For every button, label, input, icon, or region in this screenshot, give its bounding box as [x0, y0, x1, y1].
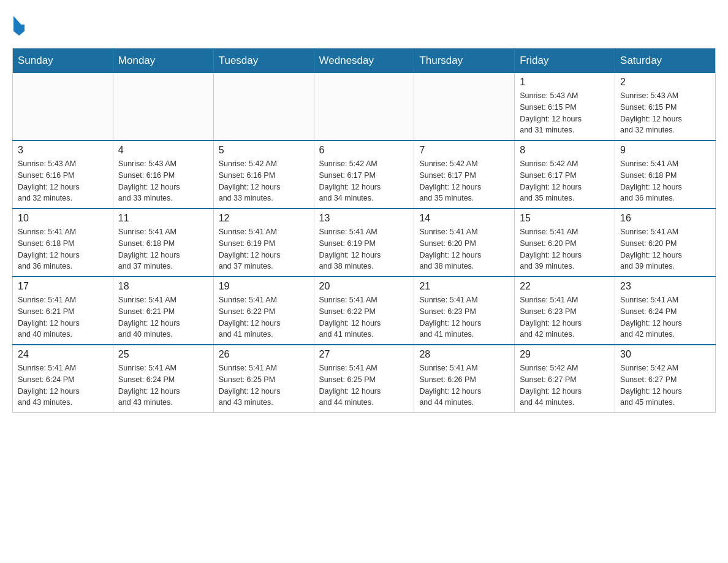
day-info: Sunrise: 5:41 AMSunset: 6:24 PMDaylight:…	[620, 294, 710, 340]
calendar-cell: 7Sunrise: 5:42 AMSunset: 6:17 PMDaylight…	[414, 140, 515, 209]
day-info: Sunrise: 5:41 AMSunset: 6:20 PMDaylight:…	[419, 226, 509, 272]
calendar-cell: 3Sunrise: 5:43 AMSunset: 6:16 PMDaylight…	[13, 140, 113, 209]
calendar-cell: 24Sunrise: 5:41 AMSunset: 6:24 PMDayligh…	[13, 345, 113, 413]
day-info: Sunrise: 5:41 AMSunset: 6:26 PMDaylight:…	[419, 362, 509, 408]
day-number: 23	[620, 281, 710, 292]
weekday-header-monday: Monday	[113, 48, 213, 74]
day-info: Sunrise: 5:41 AMSunset: 6:18 PMDaylight:…	[118, 226, 208, 272]
day-number: 17	[18, 281, 108, 292]
calendar-cell	[213, 73, 314, 140]
day-info: Sunrise: 5:41 AMSunset: 6:20 PMDaylight:…	[620, 226, 710, 272]
day-number: 9	[620, 145, 710, 156]
calendar-cell	[13, 73, 113, 140]
day-number: 14	[419, 213, 509, 224]
calendar-cell: 6Sunrise: 5:42 AMSunset: 6:17 PMDaylight…	[314, 140, 414, 209]
calendar-cell: 15Sunrise: 5:41 AMSunset: 6:20 PMDayligh…	[515, 209, 615, 277]
day-number: 27	[319, 349, 409, 360]
weekday-header-sunday: Sunday	[13, 48, 113, 74]
day-number: 4	[118, 145, 208, 156]
day-info: Sunrise: 5:42 AMSunset: 6:27 PMDaylight:…	[520, 362, 610, 408]
calendar-header-row: SundayMondayTuesdayWednesdayThursdayFrid…	[13, 48, 716, 74]
calendar-cell: 12Sunrise: 5:41 AMSunset: 6:19 PMDayligh…	[213, 209, 314, 277]
day-number: 6	[319, 145, 409, 156]
day-info: Sunrise: 5:43 AMSunset: 6:15 PMDaylight:…	[620, 90, 710, 136]
calendar-cell: 5Sunrise: 5:42 AMSunset: 6:16 PMDaylight…	[213, 140, 314, 209]
day-info: Sunrise: 5:41 AMSunset: 6:19 PMDaylight:…	[319, 226, 409, 272]
page-header	[12, 12, 716, 36]
calendar-cell: 10Sunrise: 5:41 AMSunset: 6:18 PMDayligh…	[13, 209, 113, 277]
day-info: Sunrise: 5:43 AMSunset: 6:15 PMDaylight:…	[520, 90, 610, 136]
calendar-cell: 19Sunrise: 5:41 AMSunset: 6:22 PMDayligh…	[213, 277, 314, 345]
calendar-cell: 18Sunrise: 5:41 AMSunset: 6:21 PMDayligh…	[113, 277, 213, 345]
calendar-table: SundayMondayTuesdayWednesdayThursdayFrid…	[12, 48, 716, 413]
calendar-cell: 13Sunrise: 5:41 AMSunset: 6:19 PMDayligh…	[314, 209, 414, 277]
calendar-cell: 28Sunrise: 5:41 AMSunset: 6:26 PMDayligh…	[414, 345, 515, 413]
day-number: 21	[419, 281, 509, 292]
calendar-week-3: 10Sunrise: 5:41 AMSunset: 6:18 PMDayligh…	[13, 209, 716, 277]
calendar-cell: 11Sunrise: 5:41 AMSunset: 6:18 PMDayligh…	[113, 209, 213, 277]
calendar-week-4: 17Sunrise: 5:41 AMSunset: 6:21 PMDayligh…	[13, 277, 716, 345]
day-info: Sunrise: 5:41 AMSunset: 6:18 PMDaylight:…	[18, 226, 108, 272]
day-info: Sunrise: 5:41 AMSunset: 6:20 PMDaylight:…	[520, 226, 610, 272]
day-info: Sunrise: 5:43 AMSunset: 6:16 PMDaylight:…	[18, 158, 108, 204]
day-number: 25	[118, 349, 208, 360]
day-info: Sunrise: 5:42 AMSunset: 6:27 PMDaylight:…	[620, 362, 710, 408]
day-info: Sunrise: 5:41 AMSunset: 6:23 PMDaylight:…	[520, 294, 610, 340]
weekday-header-friday: Friday	[515, 48, 615, 74]
day-info: Sunrise: 5:41 AMSunset: 6:25 PMDaylight:…	[219, 362, 309, 408]
day-info: Sunrise: 5:42 AMSunset: 6:17 PMDaylight:…	[520, 158, 610, 204]
day-info: Sunrise: 5:42 AMSunset: 6:17 PMDaylight:…	[419, 158, 509, 204]
day-info: Sunrise: 5:42 AMSunset: 6:16 PMDaylight:…	[219, 158, 309, 204]
calendar-cell	[113, 73, 213, 140]
calendar-cell: 1Sunrise: 5:43 AMSunset: 6:15 PMDaylight…	[515, 73, 615, 140]
day-number: 20	[319, 281, 409, 292]
weekday-header-wednesday: Wednesday	[314, 48, 414, 74]
day-info: Sunrise: 5:41 AMSunset: 6:19 PMDaylight:…	[219, 226, 309, 272]
calendar-cell: 9Sunrise: 5:41 AMSunset: 6:18 PMDaylight…	[615, 140, 716, 209]
day-number: 12	[219, 213, 309, 224]
day-number: 1	[520, 77, 610, 88]
day-number: 3	[18, 145, 108, 156]
calendar-week-2: 3Sunrise: 5:43 AMSunset: 6:16 PMDaylight…	[13, 140, 716, 209]
calendar-cell: 4Sunrise: 5:43 AMSunset: 6:16 PMDaylight…	[113, 140, 213, 209]
calendar-cell: 8Sunrise: 5:42 AMSunset: 6:17 PMDaylight…	[515, 140, 615, 209]
weekday-header-saturday: Saturday	[615, 48, 716, 74]
day-number: 19	[219, 281, 309, 292]
day-info: Sunrise: 5:41 AMSunset: 6:22 PMDaylight:…	[219, 294, 309, 340]
weekday-header-tuesday: Tuesday	[213, 48, 314, 74]
day-number: 24	[18, 349, 108, 360]
day-number: 26	[219, 349, 309, 360]
day-number: 7	[419, 145, 509, 156]
calendar-cell: 27Sunrise: 5:41 AMSunset: 6:25 PMDayligh…	[314, 345, 414, 413]
calendar-cell: 30Sunrise: 5:42 AMSunset: 6:27 PMDayligh…	[615, 345, 716, 413]
calendar-cell: 29Sunrise: 5:42 AMSunset: 6:27 PMDayligh…	[515, 345, 615, 413]
day-number: 8	[520, 145, 610, 156]
calendar-cell: 16Sunrise: 5:41 AMSunset: 6:20 PMDayligh…	[615, 209, 716, 277]
calendar-cell: 2Sunrise: 5:43 AMSunset: 6:15 PMDaylight…	[615, 73, 716, 140]
calendar-cell: 17Sunrise: 5:41 AMSunset: 6:21 PMDayligh…	[13, 277, 113, 345]
weekday-header-thursday: Thursday	[414, 48, 515, 74]
day-info: Sunrise: 5:41 AMSunset: 6:22 PMDaylight:…	[319, 294, 409, 340]
day-number: 30	[620, 349, 710, 360]
day-info: Sunrise: 5:41 AMSunset: 6:23 PMDaylight:…	[419, 294, 509, 340]
day-info: Sunrise: 5:41 AMSunset: 6:25 PMDaylight:…	[319, 362, 409, 408]
day-number: 22	[520, 281, 610, 292]
calendar-cell: 22Sunrise: 5:41 AMSunset: 6:23 PMDayligh…	[515, 277, 615, 345]
day-info: Sunrise: 5:41 AMSunset: 6:21 PMDaylight:…	[18, 294, 108, 340]
calendar-cell	[314, 73, 414, 140]
calendar-cell: 14Sunrise: 5:41 AMSunset: 6:20 PMDayligh…	[414, 209, 515, 277]
calendar-week-1: 1Sunrise: 5:43 AMSunset: 6:15 PMDaylight…	[13, 73, 716, 140]
calendar-cell: 25Sunrise: 5:41 AMSunset: 6:24 PMDayligh…	[113, 345, 213, 413]
calendar-cell: 20Sunrise: 5:41 AMSunset: 6:22 PMDayligh…	[314, 277, 414, 345]
calendar-cell	[414, 73, 515, 140]
day-number: 28	[419, 349, 509, 360]
day-info: Sunrise: 5:41 AMSunset: 6:21 PMDaylight:…	[118, 294, 208, 340]
day-number: 10	[18, 213, 108, 224]
calendar-cell: 21Sunrise: 5:41 AMSunset: 6:23 PMDayligh…	[414, 277, 515, 345]
day-number: 13	[319, 213, 409, 224]
day-number: 2	[620, 77, 710, 88]
day-info: Sunrise: 5:43 AMSunset: 6:16 PMDaylight:…	[118, 158, 208, 204]
day-number: 11	[118, 213, 208, 224]
day-info: Sunrise: 5:41 AMSunset: 6:18 PMDaylight:…	[620, 158, 710, 204]
day-number: 29	[520, 349, 610, 360]
